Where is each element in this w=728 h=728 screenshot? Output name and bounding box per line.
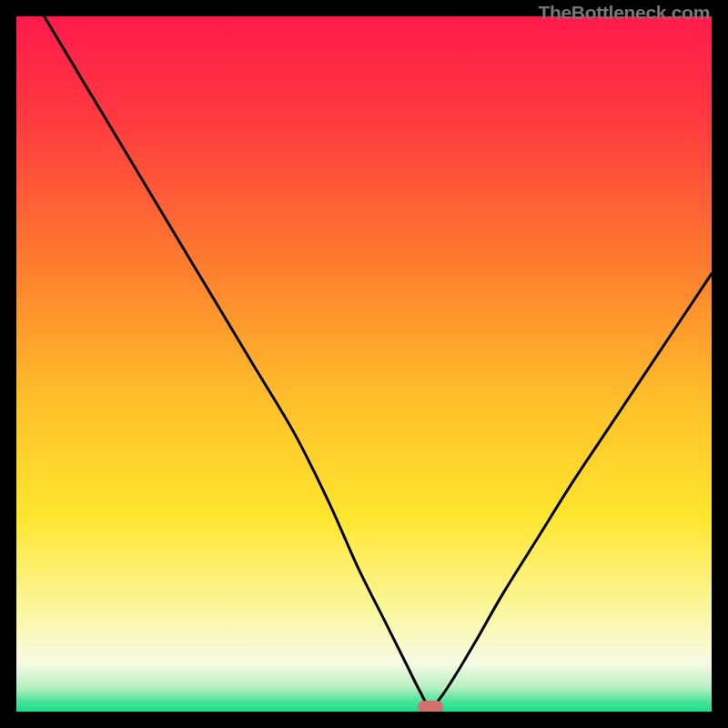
optimal-marker <box>418 701 443 712</box>
chart-frame: TheBottleneck.com <box>0 0 728 728</box>
plot-area <box>16 16 712 712</box>
watermark-text: TheBottleneck.com <box>538 2 710 24</box>
bottleneck-curve <box>16 16 712 712</box>
